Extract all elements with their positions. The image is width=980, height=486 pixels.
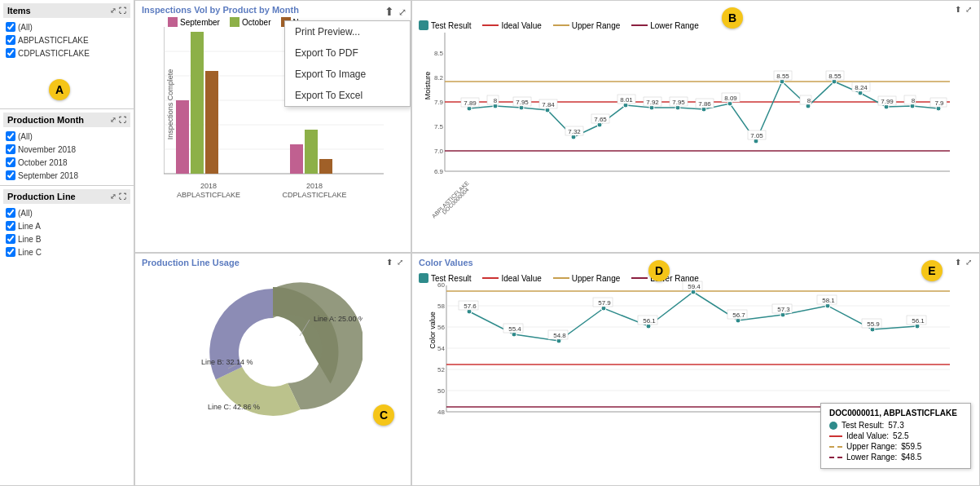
tooltip-line-lower [829,457,842,458]
svg-text:7.0: 7.0 [434,148,444,155]
svg-text:8.01: 8.01 [620,96,633,104]
sidebar-item-abplasticflake[interactable]: ABPLASTICFLAKE [3,33,130,46]
legend-ideal-m: Ideal Value [482,21,541,30]
expand-button-color[interactable]: ⤢ [965,257,973,267]
expand-button-moisture[interactable]: ⤢ [965,4,973,15]
legend-upper-cv: Upper Range [553,274,620,283]
production-line-chart-panel: Production Line Usage ⬆ ⤢ [134,253,411,486]
svg-text:6.9: 6.9 [434,168,444,175]
label-oct2018: October 2018 [18,158,68,167]
legend-color-lower-cv [631,277,648,279]
dropdown-export-excel[interactable]: Export To Excel [285,85,410,106]
legend-color-sep [168,17,178,27]
legend-label-ideal-cv: Ideal Value [501,274,541,283]
tooltip-upper: Upper Range: $59.5 [829,442,962,451]
sidebar-item-lineb[interactable]: Line B [3,232,130,245]
label-nov2018: November 2018 [18,145,76,154]
svg-text:56: 56 [437,324,445,331]
tooltip-ideal: Ideal Value: 52.5 [829,431,962,440]
checkbox-linea[interactable] [6,221,15,231]
expand-button-inspections[interactable]: ⤢ [398,6,407,19]
checkbox-cdplasticflake[interactable] [6,48,15,58]
sidebar-item-linea[interactable]: Line A [3,219,130,232]
svg-rect-14 [176,100,189,174]
checkbox-oct2018[interactable] [6,157,15,167]
legend-label-test-m: Test Result [431,21,471,30]
svg-text:7.32: 7.32 [568,128,581,135]
production-month-expand[interactable]: ⤢ ⛶ [110,116,126,124]
svg-text:7.5: 7.5 [434,123,444,130]
dropdown-menu: Print Preview... Export To PDF Export To… [284,20,411,107]
moisture-toolbar: ⬆ ⤢ [954,4,973,15]
label-sep2018: September 2018 [18,171,78,180]
sidebar-item-linec[interactable]: Line C [3,245,130,258]
label-all-months: (All) [18,132,33,141]
legend-upper-m: Upper Range [553,21,620,30]
annotation-a: A [49,79,70,100]
share-button-color[interactable]: ⬆ [954,257,962,267]
svg-text:8: 8 [807,97,811,104]
production-month-header: Production Month ⤢ ⛶ [3,113,130,127]
svg-text:60: 60 [437,281,445,289]
svg-text:59.4: 59.4 [688,283,701,290]
sidebar-item-all-lines[interactable]: (All) [3,206,130,219]
production-line-title: Production Line [7,192,76,201]
moisture-chart-area: Moisture 6.9 7.0 7.5 7.9 8.2 8.5 [412,33,979,214]
svg-text:54: 54 [437,345,445,352]
sidebar-item-all-months[interactable]: (All) [3,130,130,143]
tooltip-dot-test [829,422,837,430]
legend-ideal-cv: Ideal Value [482,274,541,283]
tooltip-line-ideal [829,435,842,437]
production-line-chart-title: Production Line Usage [142,258,240,267]
production-line-expand[interactable]: ⤢ ⛶ [110,192,126,201]
inspections-chart-title: Inspections Vol by Product by Month [135,1,411,17]
svg-text:7.92: 7.92 [646,99,659,106]
moisture-svg: 6.9 7.0 7.5 7.9 8.2 8.5 [428,33,950,212]
checkbox-all-items[interactable] [6,22,15,32]
svg-text:7.9: 7.9 [934,99,944,107]
svg-text:56.1: 56.1 [912,317,925,325]
label-cdplasticflake: CDPLASTICFLAKE [18,49,90,58]
tooltip-lower: Lower Range: $48.5 [829,453,962,462]
checkbox-all-lines[interactable] [6,208,15,218]
expand-button-production[interactable]: ⤢ [396,257,404,267]
items-expand-icons[interactable]: ⤢ ⛶ [110,7,126,15]
share-button-moisture[interactable]: ⬆ [954,4,962,15]
annotation-c: C [373,404,394,426]
chart-toolbar-inspections: ⬆ ⤢ [384,4,407,19]
svg-text:ABPLASTICFLAKE: ABPLASTICFLAKE [431,180,470,219]
production-line-header: Production Line ⤢ ⛶ [3,189,130,204]
legend-label-sep: September [180,18,220,27]
svg-text:55.9: 55.9 [867,320,880,328]
share-button-inspections[interactable]: ⬆ [384,4,395,19]
svg-rect-19 [319,159,332,174]
legend-october: October [230,17,271,27]
svg-text:56.7: 56.7 [732,311,745,319]
svg-text:7.05: 7.05 [750,132,763,139]
dropdown-export-image[interactable]: Export To Image [285,64,410,85]
tooltip-upper-value: $59.5 [901,442,921,451]
checkbox-all-months[interactable] [6,131,15,141]
svg-text:8.55: 8.55 [828,73,842,80]
dropdown-print-preview[interactable]: Print Preview... [285,21,410,42]
svg-text:48: 48 [437,409,445,416]
legend-label-ideal-m: Ideal Value [501,21,541,30]
svg-text:50: 50 [437,387,445,395]
sidebar-item-all-items[interactable]: (All) [3,20,130,33]
legend-color-upper-m [553,24,569,26]
sidebar-item-sep2018[interactable]: September 2018 [3,169,130,182]
sidebar-item-nov2018[interactable]: November 2018 [3,143,130,156]
dropdown-export-pdf[interactable]: Export To PDF [285,42,410,64]
sidebar-item-cdplasticflake[interactable]: CDPLASTICFLAKE [3,46,130,60]
share-button-production[interactable]: ⬆ [385,257,393,267]
checkbox-nov2018[interactable] [6,144,15,154]
checkbox-linec[interactable] [6,247,15,257]
checkbox-lineb[interactable] [6,234,15,244]
checkbox-abplasticflake[interactable] [6,35,15,45]
moisture-chart-panel: ⬆ ⤢ B Test Result Ideal Value Upper R [411,0,980,253]
svg-text:8: 8 [494,97,498,104]
annotation-b: B [722,7,743,29]
checkbox-sep2018[interactable] [6,170,15,180]
sidebar-item-oct2018[interactable]: October 2018 [3,156,130,169]
sidebar: Items ⤢ ⛶ (All) ABPLASTICFLAKE CDPLASTIC… [0,0,134,486]
